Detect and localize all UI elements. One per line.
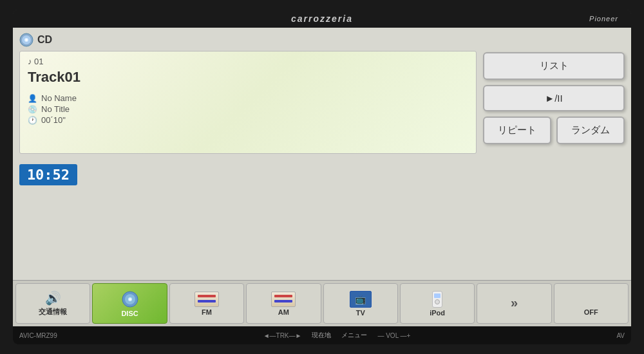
list-button[interactable]: リスト bbox=[483, 52, 625, 80]
tab-kotsu[interactable]: 🔊 交通情報 bbox=[15, 283, 90, 324]
tab-am[interactable]: AM bbox=[246, 283, 321, 324]
more-icon: » bbox=[511, 295, 518, 310]
tab-disc-label: DISC bbox=[121, 310, 138, 317]
svg-point-3 bbox=[26, 39, 28, 41]
cd-icon bbox=[19, 33, 33, 47]
main-screen: CD ♪ 01 Track01 👤 No Name 💿 No Title bbox=[13, 28, 631, 326]
artist-label: No Name bbox=[41, 93, 77, 103]
repeat-random-row: リピート ランダム bbox=[483, 116, 625, 144]
artist-icon: 👤 bbox=[28, 94, 37, 103]
clock-icon: 🕐 bbox=[28, 116, 37, 125]
tab-fm-label: FM bbox=[202, 308, 212, 316]
brand-bar: carrozzeria Pioneer bbox=[13, 10, 631, 28]
clock-display: 10:52 bbox=[19, 164, 77, 185]
vol-control: — VOL —+ bbox=[377, 332, 410, 339]
fm-icon bbox=[194, 292, 219, 307]
duration-row: 🕐 00´10" bbox=[28, 115, 468, 125]
album-icon: 💿 bbox=[28, 105, 37, 114]
track-info-box: ♪ 01 Track01 👤 No Name 💿 No Title 🕐 00´1… bbox=[19, 51, 477, 154]
tab-tv[interactable]: 📺 TV bbox=[323, 283, 398, 324]
status-center: ◄—TRK—► 現在地 メニュー — VOL —+ bbox=[263, 331, 411, 340]
duration-label: 00´10" bbox=[41, 115, 66, 125]
model-label: AVIC-MRZ99 bbox=[19, 332, 57, 339]
brand-center-label: carrozzeria bbox=[291, 14, 353, 24]
artist-row: 👤 No Name bbox=[28, 93, 468, 103]
list-row: リスト bbox=[483, 52, 625, 80]
genzaichi-btn[interactable]: 現在地 bbox=[312, 331, 331, 340]
source-header: CD bbox=[19, 33, 477, 47]
tab-kotsu-label: 交通情報 bbox=[39, 307, 67, 317]
repeat-button[interactable]: リピート bbox=[483, 116, 551, 144]
ipod-icon-group bbox=[432, 291, 442, 308]
tab-ipod[interactable]: iPod bbox=[400, 283, 475, 324]
status-bar: AVIC-MRZ99 ◄—TRK—► 現在地 メニュー — VOL —+ AV bbox=[13, 326, 631, 344]
tab-am-label: AM bbox=[278, 308, 289, 316]
album-row: 💿 No Title bbox=[28, 104, 468, 114]
random-button[interactable]: ランダム bbox=[556, 116, 625, 144]
kotsu-icon: 🔊 bbox=[45, 290, 61, 306]
svg-point-7 bbox=[129, 298, 131, 300]
track-number: ♪ 01 bbox=[28, 57, 468, 66]
tab-bar: 🔊 交通情報 DISC FM bbox=[13, 280, 631, 326]
source-label: CD bbox=[37, 34, 52, 46]
tab-ipod-label: iPod bbox=[430, 309, 445, 317]
right-panel: リスト ►/II リピート ランダム bbox=[477, 33, 625, 275]
play-pause-button[interactable]: ►/II bbox=[483, 85, 625, 111]
album-label: No Title bbox=[41, 104, 70, 114]
disc-tab-icon bbox=[120, 290, 140, 308]
left-panel: CD ♪ 01 Track01 👤 No Name 💿 No Title bbox=[19, 33, 477, 275]
track-name: Track01 bbox=[28, 69, 468, 86]
tab-off[interactable]: OFF bbox=[554, 283, 629, 324]
play-row: ►/II bbox=[483, 85, 625, 111]
tab-fm[interactable]: FM bbox=[169, 283, 244, 324]
trk-control: ◄—TRK—► bbox=[263, 332, 302, 339]
menu-btn[interactable]: メニュー bbox=[341, 331, 367, 340]
device-frame: carrozzeria Pioneer CD ♪ bbox=[13, 10, 631, 344]
brand-right-label: Pioneer bbox=[589, 15, 618, 23]
tv-icon: 📺 bbox=[350, 291, 372, 308]
tab-disc[interactable]: DISC bbox=[92, 283, 167, 324]
content-area: CD ♪ 01 Track01 👤 No Name 💿 No Title bbox=[13, 28, 631, 280]
av-label: AV bbox=[616, 332, 625, 339]
tab-off-label: OFF bbox=[584, 308, 598, 316]
tab-tv-label: TV bbox=[356, 309, 365, 317]
am-icon bbox=[271, 292, 296, 307]
tab-more[interactable]: » bbox=[477, 283, 551, 324]
